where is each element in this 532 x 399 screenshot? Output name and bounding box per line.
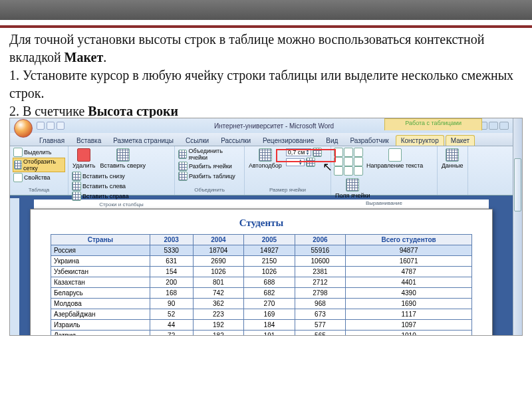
tab-developer[interactable]: Разработчик (344, 135, 394, 146)
cell-value[interactable]: 1117 (346, 309, 472, 320)
cell-value[interactable]: 94877 (346, 245, 472, 256)
cell-value[interactable]: 55916 (295, 245, 346, 256)
merge-cells-button[interactable]: Объединить ячейки (178, 148, 241, 161)
select-button[interactable]: Выделить (13, 148, 53, 157)
table-row[interactable]: Казахстан20080168827124401 (51, 277, 472, 288)
tab-insert[interactable]: Вставка (71, 135, 106, 146)
cell-value[interactable]: 14927 (244, 245, 295, 256)
table-row[interactable]: Израиль441921845771097 (51, 320, 472, 331)
cell-value[interactable]: 742 (193, 288, 244, 299)
tab-layout[interactable]: Макет (446, 135, 475, 146)
cell-value[interactable]: 2712 (295, 277, 346, 288)
cell-country[interactable]: Беларусь (51, 288, 150, 299)
cell-value[interactable]: 4787 (346, 267, 472, 277)
table-row[interactable]: Молдова903622709681690 (51, 299, 472, 309)
split-table-button[interactable]: Разбить таблицу (178, 172, 236, 181)
tab-home[interactable]: Главная (34, 135, 70, 146)
cell-value[interactable]: 168 (150, 288, 193, 299)
align-tr-icon[interactable] (354, 148, 363, 157)
qat-undo-icon[interactable] (47, 122, 55, 130)
spinner-arrows-icon[interactable]: ▲▼ (299, 159, 303, 166)
cell-value[interactable]: 44 (150, 320, 193, 331)
cell-country[interactable]: Израиль (51, 320, 150, 331)
align-br-icon[interactable] (354, 166, 363, 176)
cell-value[interactable]: 1097 (346, 320, 472, 331)
cell-value[interactable]: 577 (295, 320, 346, 331)
cell-value[interactable]: 2381 (295, 267, 346, 277)
distribute-rows-icon[interactable] (313, 148, 322, 157)
data-button[interactable]: Данные (440, 148, 465, 170)
spinner-arrows-icon[interactable]: ▲▼ (305, 149, 309, 156)
cell-country[interactable]: Молдова (51, 299, 150, 309)
cell-value[interactable]: 4390 (346, 288, 472, 299)
cell-value[interactable]: 191 (244, 331, 295, 336)
col-width-spinner[interactable]: ▲▼ (285, 158, 323, 167)
cell-value[interactable]: 270 (244, 299, 295, 309)
delete-button[interactable]: Удалить (71, 148, 96, 170)
qat-save-icon[interactable] (37, 122, 45, 130)
insert-above-button[interactable]: Вставить сверху (98, 148, 147, 170)
cell-value[interactable]: 4401 (346, 277, 472, 288)
cell-value[interactable]: 673 (295, 309, 346, 320)
text-direction-button[interactable]: Направление текста (365, 148, 424, 170)
cell-value[interactable]: 5330 (150, 245, 193, 256)
office-button[interactable] (14, 119, 33, 138)
quick-access-toolbar[interactable] (37, 122, 65, 130)
cell-value[interactable]: 2690 (193, 256, 244, 267)
insert-right-button[interactable]: Вставить справа (71, 192, 130, 201)
align-ml-icon[interactable] (334, 157, 343, 166)
cell-value[interactable]: 688 (244, 277, 295, 288)
maximize-button[interactable] (489, 122, 498, 130)
cell-country[interactable]: Латвия (51, 331, 150, 336)
cell-value[interactable]: 192 (193, 320, 244, 331)
cell-value[interactable]: 18704 (193, 245, 244, 256)
align-mc-icon[interactable] (344, 157, 353, 166)
tab-page-layout[interactable]: Разметка страницы (108, 135, 179, 146)
insert-below-button[interactable]: Вставить снизу (71, 172, 130, 181)
tab-references[interactable]: Ссылки (180, 135, 214, 146)
table-row[interactable]: Азербайджан522231696731117 (51, 309, 472, 320)
split-cells-button[interactable]: Разбить ячейки (178, 162, 233, 171)
cell-value[interactable]: 184 (244, 320, 295, 331)
cell-country[interactable]: Узбекистан (51, 267, 150, 277)
align-mr-icon[interactable] (354, 157, 363, 166)
cell-value[interactable]: 801 (193, 277, 244, 288)
cell-value[interactable]: 631 (150, 256, 193, 267)
table-row[interactable]: Беларусь16874268227984390 (51, 288, 472, 299)
cell-value[interactable]: 362 (193, 299, 244, 309)
cell-value[interactable]: 154 (150, 267, 193, 277)
table-row[interactable]: Узбекистан1541026102623814787 (51, 267, 472, 277)
cell-country[interactable]: Казахстан (51, 277, 150, 288)
cell-value[interactable]: 682 (244, 288, 295, 299)
align-bl-icon[interactable] (334, 166, 343, 176)
cell-value[interactable]: 565 (295, 331, 346, 336)
tab-view[interactable]: Вид (321, 135, 343, 146)
tab-design[interactable]: Конструктор (396, 135, 444, 146)
show-grid-button[interactable]: Отобразить сетку (13, 158, 65, 172)
cell-value[interactable]: 1690 (346, 299, 472, 309)
cell-value[interactable]: 169 (244, 309, 295, 320)
qat-redo-icon[interactable] (57, 122, 65, 130)
align-bc-icon[interactable] (344, 166, 353, 176)
insert-left-button[interactable]: Вставить слева (71, 182, 130, 191)
students-table[interactable]: Страны 2003 2004 2005 2006 Всего студент… (51, 234, 472, 336)
distribute-cols-icon[interactable] (306, 158, 315, 167)
close-button[interactable] (499, 122, 509, 130)
cell-value[interactable]: 182 (193, 331, 244, 336)
tab-mailings[interactable]: Рассылки (215, 135, 256, 146)
vertical-scrollbar[interactable] (513, 118, 522, 335)
table-row[interactable]: Россия533018704149275591694877 (51, 245, 472, 256)
table-row[interactable]: Украина631269021501060016071 (51, 256, 472, 267)
row-height-spinner[interactable]: 0,7 см▲▼ (285, 148, 323, 157)
properties-button[interactable]: Свойства (13, 173, 51, 182)
scrollbar-thumb[interactable] (514, 158, 521, 211)
table-row[interactable]: Латвия721821915651010 (51, 331, 472, 336)
cell-country[interactable]: Азербайджан (51, 309, 150, 320)
cell-value[interactable]: 200 (150, 277, 193, 288)
cell-country[interactable]: Украина (51, 256, 150, 267)
cell-value[interactable]: 16071 (346, 256, 472, 267)
cell-value[interactable]: 1026 (193, 267, 244, 277)
align-tc-icon[interactable] (344, 148, 353, 157)
autofit-button[interactable]: Автоподбор (247, 148, 283, 170)
cell-value[interactable]: 223 (193, 309, 244, 320)
